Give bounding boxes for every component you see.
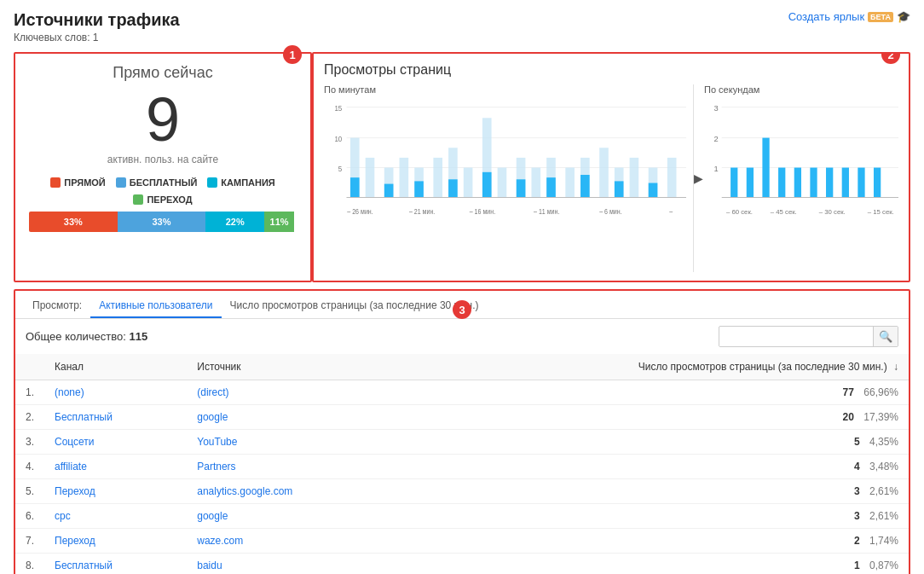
channel-link-3[interactable]: affiliate [55, 461, 87, 473]
cell-source-5: google [187, 504, 398, 529]
search-box: 🔍 [719, 326, 898, 347]
source-link-7[interactable]: baidu [197, 560, 222, 571]
chart-right-svg: 3 2 1 [704, 98, 898, 252]
bar-campaign: 22% [205, 212, 264, 232]
svg-text:– 15 сек.: – 15 сек. [868, 207, 894, 215]
pageviews-panel: 2 Просмотры страниц По минутам [312, 52, 910, 282]
svg-rect-24 [630, 158, 639, 198]
header-left: Источники трафика Ключевых слов: 1 [14, 10, 180, 43]
source-link-5[interactable]: google [197, 510, 228, 522]
table-toolbar: 3 Общее количество: 115 🔍 [15, 319, 909, 354]
bar-direct: 33% [29, 212, 118, 232]
channel-link-6[interactable]: Переход [55, 535, 95, 547]
cell-pct-7: 0,87% [869, 560, 898, 571]
cell-source-2: YouTube [187, 430, 398, 455]
table-row: 3. Соцсети YouTube 5 4,35% [15, 430, 909, 455]
cell-pct-4: 2,61% [869, 485, 898, 497]
cell-channel-2: Соцсети [44, 430, 187, 455]
table-row: 8. Бесплатный baidu 1 0,87% [15, 554, 909, 575]
source-link-1[interactable]: google [197, 411, 228, 423]
cell-channel-7: Бесплатный [44, 554, 187, 575]
svg-text:– 60 сек.: – 60 сек. [726, 207, 753, 215]
search-input[interactable] [719, 328, 873, 346]
tab-prefix: Просмотр: [24, 294, 90, 318]
legend-dot-direct [50, 177, 61, 188]
cell-num-7: 8. [15, 554, 44, 575]
cell-num-4: 5. [15, 479, 44, 504]
create-shortcut-button[interactable]: Создать ярлык БЕТА 🎓 [788, 10, 910, 23]
cell-views-7: 1 0,87% [398, 554, 909, 575]
svg-rect-26 [667, 158, 677, 198]
legend-free: БЕСПЛАТНЫЙ [116, 177, 198, 188]
page-subtitle: Ключевых слов: 1 [14, 32, 180, 43]
svg-rect-27 [350, 177, 360, 197]
arrow-icon: ▶ [694, 171, 703, 185]
col-num [15, 354, 44, 380]
page-wrapper: Источники трафика Ключевых слов: 1 Созда… [0, 0, 924, 574]
top-row: 1 Прямо сейчас 9 активн. польз. на сайте… [14, 52, 910, 282]
channel-link-7[interactable]: Бесплатный [55, 560, 113, 571]
legend-row-2: ПЕРЕХОД [29, 194, 297, 205]
source-link-3[interactable]: Partners [197, 461, 235, 473]
svg-text:2: 2 [713, 134, 718, 143]
svg-rect-58 [858, 168, 864, 198]
source-link-0[interactable]: (direct) [197, 386, 228, 398]
source-link-6[interactable]: waze.com [197, 535, 243, 547]
realtime-number: 9 [29, 89, 297, 150]
source-link-4[interactable]: analytics.google.com [197, 485, 292, 497]
channel-link-0[interactable]: (none) [55, 386, 84, 398]
svg-rect-54 [794, 168, 801, 198]
cell-source-0: (direct) [187, 380, 398, 405]
legend-dot-free [116, 177, 126, 188]
svg-text:–: – [669, 207, 673, 216]
svg-rect-53 [778, 168, 785, 198]
legend-label-transition: ПЕРЕХОД [147, 194, 192, 205]
svg-rect-34 [580, 175, 590, 197]
col-source: Источник [187, 354, 398, 380]
cell-pct-6: 1,74% [869, 535, 898, 547]
cell-views-6: 2 1,74% [398, 529, 909, 554]
table-row: 7. Переход waze.com 2 1,74% [15, 529, 909, 554]
legend-row: ПРЯМОЙ БЕСПЛАТНЫЙ КАМПАНИЯ [29, 177, 297, 188]
svg-rect-52 [762, 138, 769, 198]
svg-rect-28 [384, 184, 394, 198]
svg-rect-33 [546, 177, 556, 197]
svg-rect-10 [400, 158, 409, 198]
cell-views-4: 3 2,61% [398, 479, 909, 504]
cell-pct-0: 66,96% [863, 386, 898, 398]
cell-source-3: Partners [187, 455, 398, 479]
svg-rect-59 [874, 168, 881, 198]
channel-link-5[interactable]: cpc [55, 510, 71, 522]
table-row: 1. (none) (direct) 77 66,96% [15, 380, 909, 405]
tab-pageviews[interactable]: Число просмотров страницы (за последние … [222, 294, 488, 318]
channel-link-2[interactable]: Соцсети [55, 436, 95, 448]
legend-label-free: БЕСПЛАТНЫЙ [130, 177, 198, 188]
total-count: Общее количество: 115 [26, 330, 147, 343]
svg-text:15: 15 [334, 103, 342, 113]
table-badge: 3 [453, 300, 471, 319]
channel-link-4[interactable]: Переход [55, 485, 95, 497]
cell-pct-2: 4,35% [869, 436, 898, 448]
svg-rect-12 [433, 158, 442, 198]
svg-rect-22 [599, 148, 609, 197]
cell-channel-1: Бесплатный [44, 405, 187, 430]
svg-rect-51 [747, 168, 754, 198]
legend-label-direct: ПРЯМОЙ [64, 177, 106, 188]
channel-link-1[interactable]: Бесплатный [55, 411, 113, 423]
total-value: 115 [130, 330, 148, 343]
search-button[interactable]: 🔍 [873, 327, 898, 346]
svg-text:– 11 мин.: – 11 мин. [534, 207, 559, 216]
tab-active-users[interactable]: Активные пользователи [90, 294, 221, 318]
legend-transition: ПЕРЕХОД [133, 194, 192, 205]
svg-text:– 6 мин.: – 6 мин. [599, 207, 621, 216]
chart-right-area: 3 2 1 [704, 98, 898, 252]
source-link-2[interactable]: YouTube [197, 436, 237, 448]
svg-text:– 16 мин.: – 16 мин. [470, 207, 495, 216]
svg-rect-56 [826, 168, 833, 198]
cell-views-0: 77 66,96% [398, 380, 909, 405]
svg-rect-55 [810, 168, 817, 198]
beta-badge: БЕТА [868, 12, 893, 22]
tab-prefix-label: Просмотр: [32, 299, 82, 311]
cell-channel-5: cpc [44, 504, 187, 529]
realtime-badge: 1 [283, 45, 302, 64]
